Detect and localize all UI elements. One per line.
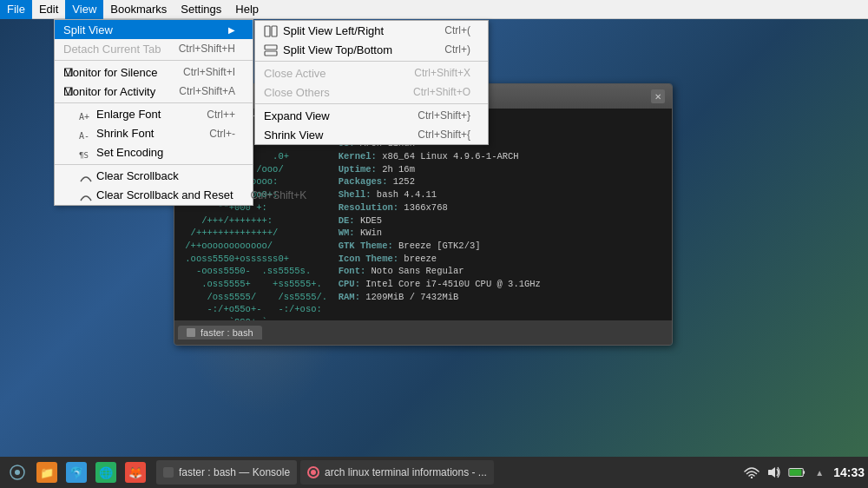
menu-enlarge-font-label: A+ Enlarge Font [79, 108, 161, 122]
menu-monitor-activity-label: Monitor for Activity [63, 85, 155, 98]
tab-bar: faster : bash [174, 320, 672, 345]
shrink-view-shortcut: Ctrl+Shift+{ [400, 129, 470, 141]
clear-scrollback-icon [79, 171, 93, 183]
enlarge-font-icon: A+ [79, 109, 93, 122]
tab-icon [187, 328, 195, 337]
svg-rect-12 [803, 471, 805, 474]
start-button[interactable] [3, 458, 31, 486]
close-others-label: Close Others [264, 86, 330, 99]
svg-rect-10 [768, 470, 772, 475]
svg-rect-13 [790, 469, 802, 475]
split-lr-shortcut: Ctrl+( [427, 24, 470, 36]
menu-expand-view[interactable]: Expand View Ctrl+Shift+} [255, 106, 488, 125]
volume-icon [766, 464, 783, 481]
svg-rect-6 [265, 51, 277, 56]
konsole-tab[interactable]: faster : bash [178, 326, 262, 340]
taskbar-right: ▲ 14:33 [743, 464, 865, 481]
taskbar-files-btn[interactable]: 📁 [33, 458, 61, 486]
menubar: File Edit View Bookmarks Settings Help [0, 0, 868, 19]
menu-clear-scrollback-label: Clear Scrollback [79, 169, 179, 183]
menu-clear-scrollback-reset[interactable]: Clear Scrollback and Reset Ctrl+Shift+K [55, 186, 253, 205]
expand-view-shortcut: Ctrl+Shift+} [400, 109, 470, 122]
menu-edit[interactable]: Edit [32, 0, 65, 19]
split-tb-shortcut: Ctrl+) [427, 43, 470, 56]
close-active-shortcut: Ctrl+Shift+X [397, 67, 470, 79]
menu-split-left-right[interactable]: Split View Left/Right Ctrl+( [255, 21, 488, 40]
menu-help[interactable]: Help [228, 0, 266, 19]
window-close-btn[interactable]: ✕ [651, 89, 665, 103]
submenu-arrow-icon: ▶ [228, 25, 235, 35]
menu-clear-scrollback-reset-label: Clear Scrollback and Reset [79, 188, 233, 202]
menu-monitor-silence[interactable]: ☐ Monitor for Silence Ctrl+Shift+I [55, 63, 253, 82]
menu-monitor-silence-label: Monitor for Silence [63, 66, 157, 79]
svg-rect-4 [272, 26, 277, 36]
menu-split-view[interactable]: Split View ▶ [55, 20, 253, 39]
split-sep2 [255, 103, 488, 104]
menu-monitor-activity[interactable]: ☐ Monitor for Activity Ctrl+Shift+A [55, 82, 253, 101]
split-lr-label: Split View Left/Right [283, 24, 384, 37]
svg-point-8 [15, 470, 20, 475]
menu-split-top-bottom[interactable]: Split View Top/Bottom Ctrl+) [255, 40, 488, 59]
menu-detach-tab-label: Detach Current Tab [63, 43, 161, 56]
clear-reset-icon [79, 190, 93, 202]
expand-view-label: Expand View [264, 109, 330, 122]
taskbar-browser-window[interactable]: arch linux terminal informations - ... [300, 460, 494, 485]
svg-text:A+: A+ [79, 112, 89, 122]
monitor-silence-shortcut: Ctrl+Shift+I [166, 66, 235, 78]
dolphin-icon: 🐬 [66, 462, 87, 483]
window-icon-1 [163, 467, 174, 478]
separator-2 [55, 102, 253, 103]
menu-set-encoding-label: ¶S Set Encoding [79, 146, 163, 160]
enlarge-font-shortcut: Ctrl++ [189, 109, 235, 121]
menu-file[interactable]: File [0, 0, 32, 19]
svg-text:A-: A- [79, 131, 89, 141]
taskbar-browser-btn[interactable]: 🌐 [92, 458, 120, 486]
term-line-cpu: .oss5555+ +ss5555+. CPU: Intel Core i7-4… [180, 278, 667, 291]
menu-bookmarks[interactable]: Bookmarks [103, 0, 174, 19]
window-icon-2 [307, 466, 319, 478]
menu-enlarge-font[interactable]: A+ Enlarge Font Ctrl++ [55, 105, 253, 124]
menu-clear-scrollback[interactable]: Clear Scrollback [55, 167, 253, 186]
taskbar-fox-btn[interactable]: 🦊 [122, 458, 149, 486]
svg-rect-5 [265, 45, 277, 49]
taskbar-time: 14:33 [833, 465, 865, 479]
term-line-de: /+++/+++++++: DE: KDE5 [180, 214, 667, 228]
menu-close-active: Close Active Ctrl+Shift+X [255, 63, 488, 82]
menu-split-view-label: Split View [63, 23, 113, 36]
monitor-activity-shortcut: Ctrl+Shift+A [161, 85, 235, 97]
menu-view[interactable]: View [65, 0, 103, 19]
tab-label: faster : bash [201, 327, 253, 338]
menu-shrink-view[interactable]: Shrink View Ctrl+Shift+{ [255, 125, 488, 144]
check-activity: ☐ [62, 85, 76, 98]
term-line-ram: /oss5555/ /ss5555/. RAM: 1209MiB / 7432M… [180, 291, 667, 304]
battery-icon [788, 464, 806, 481]
up-arrow-icon[interactable]: ▲ [811, 464, 828, 481]
term-line-wm: /++++++++++++++/ WM: KWin [180, 227, 667, 240]
taskbar-left: 📁 🐬 🌐 🦊 [3, 458, 149, 486]
term-line-icon: .ooss5550+ossssss0+ Icon Theme: breeze [180, 253, 667, 266]
separator-1 [55, 60, 253, 61]
shrink-font-icon: A- [79, 129, 93, 141]
term-line-s1: -:/+o55o+- -:/+oso: [180, 303, 667, 316]
svg-text:¶S: ¶S [79, 151, 89, 160]
taskbar-dolphin-btn[interactable]: 🐬 [62, 458, 90, 486]
term-line-gtk: /++oooooooooooo/ GTK Theme: Breeze [GTK2… [180, 240, 667, 253]
menu-settings[interactable]: Settings [174, 0, 228, 19]
split-sep [255, 61, 488, 62]
menu-set-encoding[interactable]: ¶S Set Encoding [55, 143, 253, 162]
encoding-icon: ¶S [79, 148, 93, 160]
browser-dot [311, 470, 316, 475]
close-active-label: Close Active [264, 67, 326, 80]
desktop: File Edit View Bookmarks Settings Help S… [0, 0, 868, 488]
separator-3 [55, 164, 253, 165]
taskbar-konsole-window[interactable]: faster : bash — Konsole [156, 460, 297, 485]
taskbar-window1-label: faster : bash — Konsole [179, 466, 290, 478]
split-view-submenu: Split View Left/Right Ctrl+( Split View … [254, 20, 489, 145]
detach-tab-shortcut: Ctrl+Shift+H [161, 43, 235, 55]
taskbar: 📁 🐬 🌐 🦊 faster : bash — Konsole arch lin… [0, 457, 868, 488]
menu-detach-tab: Detach Current Tab Ctrl+Shift+H [55, 39, 253, 58]
files-icon: 📁 [36, 462, 57, 483]
titlebar-buttons: ✕ [651, 89, 665, 103]
start-icon [9, 464, 26, 481]
menu-shrink-font[interactable]: A- Shrink Font Ctrl+- [55, 124, 253, 143]
